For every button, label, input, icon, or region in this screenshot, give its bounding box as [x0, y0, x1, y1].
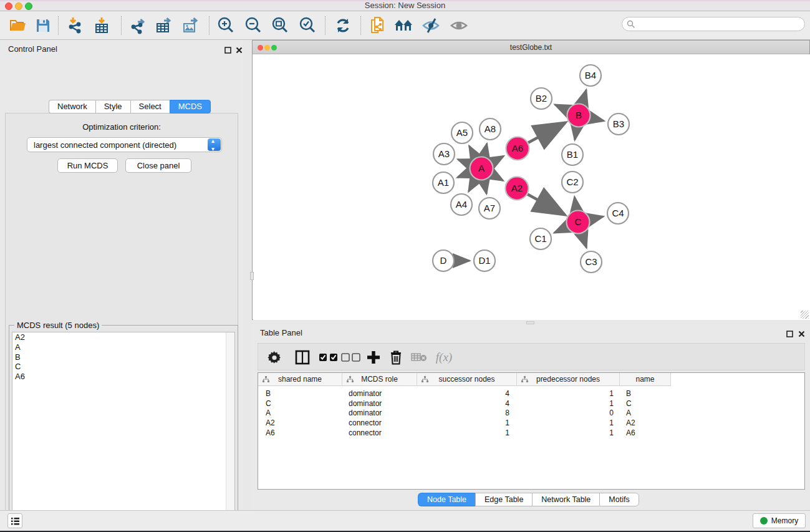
cell-name[interactable]: B: [620, 389, 671, 399]
column-header-MCDS-role[interactable]: MCDS role: [342, 373, 417, 386]
zoom-in-button[interactable]: [215, 15, 236, 36]
column-header-shared-name[interactable]: shared name: [258, 373, 342, 386]
cell-MCDS-role[interactable]: connector: [342, 418, 417, 428]
cell-shared-name[interactable]: A: [258, 409, 342, 418]
table-float-icon[interactable]: [786, 329, 794, 336]
graph-edge-B-B1[interactable]: [575, 127, 577, 140]
cell-successor-nodes[interactable]: 1: [417, 428, 517, 438]
graph-edge-C-C1[interactable]: [554, 227, 567, 233]
open-session-button[interactable]: [7, 15, 29, 36]
zoom-selected-button[interactable]: [297, 15, 318, 36]
select-all-button[interactable]: [317, 344, 340, 371]
cell-successor-nodes[interactable]: 4: [417, 389, 517, 399]
run-mcds-button[interactable]: Run MCDS: [57, 158, 118, 173]
horizontal-divider-grip[interactable]: [526, 321, 534, 324]
result-item-A[interactable]: A: [12, 342, 234, 352]
result-item-A6[interactable]: A6: [12, 372, 234, 382]
export-table-button[interactable]: [153, 15, 174, 36]
graph-edge-A-A3[interactable]: [458, 160, 470, 164]
graph-edge-C-C4[interactable]: [590, 216, 604, 220]
table-settings-button[interactable]: [266, 344, 283, 371]
network-canvas[interactable]: B4B2BB3A5A8A6B1A3AC2A1A2A4A7C4CC1C3DD1: [253, 54, 810, 320]
function-builder-button[interactable]: f(x): [432, 344, 456, 371]
result-item-C[interactable]: C: [12, 362, 234, 372]
cell-MCDS-role[interactable]: dominator: [342, 399, 417, 409]
graph-edge-C-C3[interactable]: [582, 234, 586, 248]
hide-graphics-details-button[interactable]: [420, 15, 441, 36]
result-item-B[interactable]: B: [12, 352, 234, 362]
mcds-result-list[interactable]: A2ABCA6: [12, 332, 235, 532]
graph-edge-C-C2[interactable]: [574, 197, 576, 210]
tab-style[interactable]: Style: [95, 100, 130, 114]
import-table-button[interactable]: [91, 15, 112, 36]
cell-predecessor-nodes[interactable]: 0: [517, 409, 620, 418]
delete-column-button[interactable]: [387, 344, 405, 371]
table-close-icon[interactable]: [798, 329, 806, 336]
show-panels-button[interactable]: [7, 513, 22, 528]
table-row-B[interactable]: Bdominator41B: [258, 389, 671, 399]
optimization-criterion-dropdown[interactable]: largest connected component (directed): [27, 137, 222, 152]
graph-edge-B-B3[interactable]: [591, 118, 604, 121]
cell-MCDS-role[interactable]: dominator: [342, 409, 417, 418]
export-network-button[interactable]: [127, 15, 148, 36]
zoom-fit-button[interactable]: [269, 15, 291, 36]
cell-name[interactable]: A6: [620, 428, 671, 438]
graph-edge-A-A7[interactable]: [484, 180, 486, 193]
import-network-button[interactable]: [65, 15, 86, 36]
column-header-predecessor-nodes[interactable]: predecessor nodes: [517, 373, 620, 386]
graph-edge-B-B4[interactable]: [582, 90, 587, 104]
column-header-name[interactable]: name: [620, 373, 671, 386]
result-item-A2[interactable]: A2: [12, 332, 234, 342]
graph-edge-A2-C[interactable]: [528, 194, 564, 215]
duplicate-network-button[interactable]: [367, 15, 388, 36]
column-header-successor-nodes[interactable]: successor nodes: [417, 373, 517, 386]
panel-divider-grip[interactable]: [250, 272, 254, 280]
cell-predecessor-nodes[interactable]: 1: [517, 389, 620, 399]
cell-name[interactable]: A: [620, 409, 671, 418]
tab-select[interactable]: Select: [130, 100, 170, 114]
graph-edge-A-A8[interactable]: [484, 143, 487, 157]
deselect-all-button[interactable]: [340, 344, 362, 371]
tab-mcds[interactable]: MCDS: [170, 100, 211, 114]
tab-edge-table[interactable]: Edge Table: [475, 493, 532, 506]
table-row-A2[interactable]: A2connector11A2: [258, 418, 671, 428]
home-button[interactable]: [393, 15, 415, 36]
refresh-button[interactable]: [332, 15, 354, 36]
cell-shared-name[interactable]: B: [258, 389, 342, 399]
tab-node-table[interactable]: Node Table: [418, 493, 475, 506]
cell-successor-nodes[interactable]: 1: [417, 418, 517, 428]
graph-edge-A-A1[interactable]: [457, 173, 470, 178]
graph-edge-A6-B[interactable]: [528, 123, 565, 143]
graph-edge-B-B2[interactable]: [555, 105, 567, 110]
save-session-button[interactable]: [32, 15, 54, 36]
graph-edge-A-A2[interactable]: [492, 175, 503, 181]
cell-predecessor-nodes[interactable]: 1: [517, 399, 620, 409]
table-row-A6[interactable]: A6connector11A6: [258, 428, 671, 438]
cell-shared-name[interactable]: C: [258, 399, 342, 409]
export-image-button[interactable]: [180, 15, 201, 36]
table-row-A[interactable]: Adominator80A: [258, 409, 671, 418]
window-resize-grip[interactable]: [801, 311, 809, 319]
result-list-scrollbar[interactable]: [226, 332, 234, 532]
memory-button[interactable]: Memory: [753, 513, 806, 528]
close-panel-button[interactable]: Close panel: [125, 158, 191, 173]
tab-motifs[interactable]: Motifs: [599, 493, 639, 506]
delete-table-button[interactable]: [410, 344, 428, 371]
cell-MCDS-role[interactable]: dominator: [342, 389, 417, 399]
cell-MCDS-role[interactable]: connector: [342, 428, 417, 438]
cell-successor-nodes[interactable]: 8: [417, 409, 517, 418]
cell-successor-nodes[interactable]: 4: [417, 399, 517, 409]
cell-shared-name[interactable]: A2: [258, 418, 342, 428]
cell-predecessor-nodes[interactable]: 1: [517, 418, 620, 428]
add-column-button[interactable]: [364, 344, 383, 371]
cell-shared-name[interactable]: A6: [258, 428, 342, 438]
close-panel-icon[interactable]: [236, 45, 243, 52]
graph-edge-A-A5[interactable]: [469, 146, 475, 158]
table-row-C[interactable]: Cdominator41C: [258, 399, 671, 409]
cell-name[interactable]: C: [620, 399, 671, 409]
show-graphics-details-button[interactable]: [448, 15, 470, 36]
search-field[interactable]: [622, 17, 805, 31]
tab-network[interactable]: Network: [49, 100, 95, 114]
graph-edge-A-A4[interactable]: [469, 179, 476, 191]
tab-network-table[interactable]: Network Table: [532, 493, 599, 506]
